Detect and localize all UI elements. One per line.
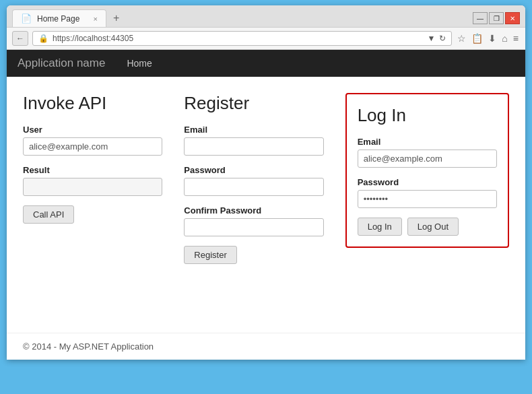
title-bar: 📄 Home Page × + — ❐ ✕ (7, 5, 525, 28)
reg-confirm-input[interactable] (184, 218, 323, 236)
browser-tab[interactable]: 📄 Home Page × (12, 9, 106, 27)
page-content: Invoke API User Result Call API Register… (7, 77, 525, 333)
user-field-group: User (23, 125, 162, 156)
register-button[interactable]: Register (184, 246, 236, 264)
minimize-button[interactable]: — (473, 12, 488, 24)
refresh-icon[interactable]: ↻ (439, 34, 446, 43)
clipboard-icon[interactable]: 📋 (470, 32, 484, 45)
register-section: Register Email Password Confirm Password… (184, 93, 323, 264)
tab-favicon: 📄 (21, 13, 32, 24)
user-label: User (23, 125, 162, 135)
result-label: Result (23, 165, 162, 175)
reg-password-input[interactable] (184, 178, 323, 196)
dropdown-arrow-icon: ▼ (427, 34, 435, 43)
download-icon[interactable]: ⬇ (487, 32, 498, 45)
page-footer: © 2014 - My ASP.NET Application (7, 333, 525, 360)
logout-button[interactable]: Log Out (407, 218, 459, 236)
login-password-input[interactable] (358, 190, 497, 208)
reg-confirm-field-group: Confirm Password (184, 205, 323, 236)
login-email-input[interactable] (358, 150, 497, 168)
address-bar: ← 🔒 https://localhost:44305 ▼ ↻ ☆ 📋 ⬇ ⌂ … (7, 28, 525, 50)
star-icon[interactable]: ☆ (456, 32, 467, 45)
login-password-label: Password (358, 177, 497, 187)
result-input (23, 178, 162, 196)
close-button[interactable]: ✕ (505, 12, 520, 24)
user-input[interactable] (23, 137, 162, 156)
invoke-api-title: Invoke API (23, 93, 162, 114)
login-buttons: Log In Log Out (358, 218, 497, 236)
home-icon[interactable]: ⌂ (500, 32, 508, 45)
result-field-group: Result (23, 165, 162, 196)
login-password-field-group: Password (358, 177, 497, 208)
reg-password-field-group: Password (184, 165, 323, 196)
login-section: Log In Email Password Log In Log Out (345, 93, 509, 248)
url-text: https://localhost:44305 (53, 34, 133, 43)
lock-icon: 🔒 (38, 34, 48, 43)
reg-password-label: Password (184, 165, 323, 175)
invoke-api-section: Invoke API User Result Call API (23, 93, 162, 224)
reg-email-label: Email (184, 125, 323, 135)
reg-email-input[interactable] (184, 137, 323, 156)
sections-container: Invoke API User Result Call API Register… (23, 93, 509, 264)
login-button[interactable]: Log In (358, 218, 402, 236)
restore-button[interactable]: ❐ (489, 12, 504, 24)
reg-confirm-label: Confirm Password (184, 205, 323, 216)
settings-icon[interactable]: ≡ (512, 32, 520, 45)
tab-title: Home Page (37, 14, 79, 24)
navbar: Application name Home (7, 50, 525, 77)
app-name: Application name (18, 57, 105, 70)
tab-close-button[interactable]: × (94, 15, 98, 23)
register-title: Register (184, 93, 323, 114)
login-title: Log In (358, 105, 497, 126)
window-controls: — ❐ ✕ (473, 12, 520, 24)
footer-text: © 2014 - My ASP.NET Application (23, 341, 154, 352)
reg-email-field-group: Email (184, 125, 323, 156)
nav-link-home[interactable]: Home (119, 51, 160, 75)
address-input-container[interactable]: 🔒 https://localhost:44305 ▼ ↻ (32, 31, 452, 46)
browser-window: 📄 Home Page × + — ❐ ✕ ← 🔒 https://localh… (7, 5, 525, 360)
address-actions: ☆ 📋 ⬇ ⌂ ≡ (456, 32, 520, 45)
login-email-field-group: Email (358, 137, 497, 168)
login-email-label: Email (358, 137, 497, 147)
new-tab-button[interactable]: + (109, 12, 123, 24)
call-api-button[interactable]: Call API (23, 205, 74, 224)
back-button[interactable]: ← (12, 31, 28, 46)
